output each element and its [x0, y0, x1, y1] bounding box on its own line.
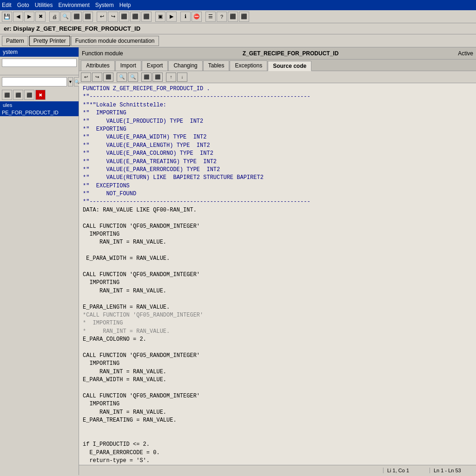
- sidebar-dropdown-btn[interactable]: ▼: [68, 77, 73, 86]
- tb-copy-btn[interactable]: ⬛: [119, 12, 129, 22]
- sidebar-header: ystem: [0, 47, 79, 57]
- title-text: er: Display Z_GET_RECIPE_FOR_PRODUCT_ID: [4, 25, 140, 32]
- menu-goto[interactable]: Goto: [17, 2, 29, 8]
- code-tb-copy[interactable]: ⬛: [103, 73, 113, 82]
- sidebar: ystem ▼ 🔍 ⬛ ⬛ ⬛ ✖ ules PE_FOR_PRODUCT_ID: [0, 47, 79, 475]
- sidebar-active-item[interactable]: PE_FOR_PRODUCT_ID: [0, 109, 79, 116]
- fm-bar: Function module Z_GET_RECIPE_FOR_PRODUCT…: [79, 47, 476, 60]
- tab-tables[interactable]: Tables: [203, 60, 230, 71]
- tb-run-btn[interactable]: ▶: [166, 12, 177, 22]
- tb-check-btn[interactable]: ▣: [155, 12, 165, 22]
- tb-undo-btn[interactable]: ↩: [97, 12, 107, 22]
- tb-help-btn[interactable]: ?: [217, 12, 227, 22]
- pretty-printer-btn[interactable]: Pretty Printer: [29, 36, 70, 46]
- fm-doc-btn[interactable]: Function module documentation: [71, 36, 159, 46]
- tb-cancel-btn[interactable]: ✖: [35, 12, 46, 22]
- toolbar-1: 💾 ◀ ▶ ✖ 🖨 🔍 ⬛ ⬛ ↩ ↪ ⬛ ⬛ ⬛ ▣ ▶ ℹ ⛔ ☰ ? ⬛ …: [0, 10, 476, 23]
- menu-bar: Edit Goto Utilities Environment System H…: [0, 0, 476, 10]
- code-editor[interactable]: FUNCTION Z_GET_RECIPE_FOR_PRODUCT_ID . *…: [79, 83, 476, 465]
- sidebar-icon-3[interactable]: ⬛: [24, 90, 34, 100]
- tab-changing[interactable]: Changing: [168, 60, 202, 71]
- status-position: Li 1, Co 1: [383, 468, 430, 473]
- code-tb-bookmark[interactable]: ⬛: [141, 73, 152, 82]
- sidebar-icon-row: ⬛ ⬛ ⬛ ✖: [0, 88, 79, 101]
- tab-source-code[interactable]: Source code: [268, 61, 311, 71]
- tb-fwd-btn[interactable]: ▶: [24, 12, 34, 22]
- tb-info-btn[interactable]: ℹ: [180, 12, 191, 22]
- menu-utilities[interactable]: Utilities: [35, 2, 53, 8]
- tab-attributes[interactable]: Attributes: [81, 60, 115, 71]
- tab-import[interactable]: Import: [115, 60, 141, 71]
- toolbar-2: Pattern Pretty Printer Function module d…: [0, 34, 476, 47]
- status-line-range: Ln 1 - Ln 53: [430, 468, 476, 473]
- tb-menu1-btn[interactable]: ☰: [205, 12, 216, 22]
- menu-system[interactable]: System: [95, 2, 114, 8]
- sidebar-icon-4[interactable]: ✖: [35, 90, 46, 100]
- sidebar-icon-1[interactable]: ⬛: [2, 90, 12, 100]
- title-bar: er: Display Z_GET_RECIPE_FOR_PRODUCT_ID: [0, 23, 476, 34]
- tb-stop-btn[interactable]: ⛔: [192, 12, 202, 22]
- tb-redo-btn[interactable]: ↪: [108, 12, 118, 22]
- code-tb-find2[interactable]: 🔍: [128, 73, 138, 82]
- sidebar-search-row: ▼ 🔍: [0, 75, 79, 88]
- fm-name: Z_GET_RECIPE_FOR_PRODUCT_ID: [127, 50, 455, 57]
- status-bar: Li 1, Co 1 Ln 1 - Ln 53: [79, 465, 476, 475]
- sidebar-section-label: ules: [0, 101, 79, 109]
- tb-cut-btn[interactable]: ⬛: [141, 12, 152, 22]
- sidebar-search-input[interactable]: [2, 77, 67, 86]
- tb-custom-btn[interactable]: ⬛: [228, 12, 238, 22]
- tb-save-btn[interactable]: 💾: [2, 12, 12, 22]
- code-tb-up[interactable]: ↑: [166, 73, 176, 82]
- code-tb-down[interactable]: ↓: [177, 73, 187, 82]
- menu-environment[interactable]: Environment: [58, 2, 89, 8]
- tab-export[interactable]: Export: [142, 60, 168, 71]
- pattern-btn[interactable]: Pattern: [2, 36, 28, 46]
- tab-exceptions[interactable]: Exceptions: [230, 60, 267, 71]
- code-tb-find[interactable]: 🔍: [117, 73, 127, 82]
- code-toolbar: ↩ ↪ ⬛ 🔍 🔍 ⬛ ⬛ ↑ ↓: [79, 71, 476, 83]
- tb-cust2-btn[interactable]: ⬛: [239, 12, 249, 22]
- sidebar-icon-2[interactable]: ⬛: [13, 90, 23, 100]
- code-tb-redo[interactable]: ↪: [92, 73, 102, 82]
- code-tb-undo[interactable]: ↩: [81, 73, 91, 82]
- tb-paste-btn[interactable]: ⬛: [130, 12, 140, 22]
- tb-print-btn[interactable]: 🖨: [49, 12, 60, 22]
- menu-edit[interactable]: Edit: [2, 2, 12, 8]
- fm-status: Active: [458, 50, 473, 57]
- menu-help[interactable]: Help: [119, 2, 131, 8]
- tb-back-btn[interactable]: ◀: [13, 12, 23, 22]
- tb-find-btn[interactable]: 🔍: [60, 12, 71, 22]
- code-tb-bm2[interactable]: ⬛: [152, 73, 163, 82]
- tabs-bar: Attributes Import Export Changing Tables…: [79, 60, 476, 71]
- tb-find3-btn[interactable]: ⬛: [83, 12, 93, 22]
- fm-label: Function module: [82, 50, 123, 57]
- tb-find2-btn[interactable]: ⬛: [72, 12, 82, 22]
- content-area: Function module Z_GET_RECIPE_FOR_PRODUCT…: [79, 47, 476, 475]
- main-layout: ystem ▼ 🔍 ⬛ ⬛ ⬛ ✖ ules PE_FOR_PRODUCT_ID…: [0, 47, 476, 475]
